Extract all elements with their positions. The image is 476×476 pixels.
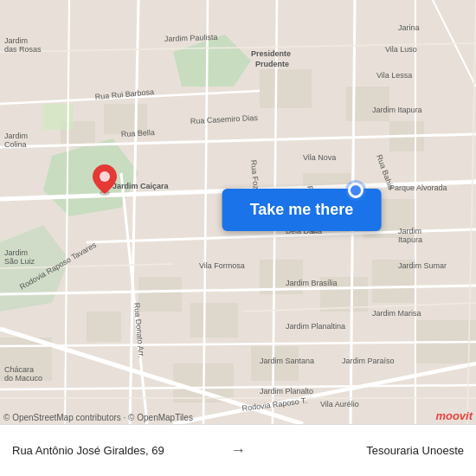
moovit-logo: moovit [435,409,473,422]
arrow-right-icon: → [230,441,246,460]
svg-text:Jarina: Jarina [398,23,420,32]
svg-text:São Luiz: São Luiz [4,257,35,266]
svg-text:Jardim Marisa: Jardim Marisa [372,309,421,318]
svg-rect-12 [190,303,238,338]
svg-text:Jardim Itapura: Jardim Itapura [372,106,422,114]
svg-rect-3 [260,69,312,108]
svg-text:Jardim Planaltina: Jardim Planaltina [286,322,345,331]
svg-text:das Rosas: das Rosas [4,45,42,54]
svg-rect-11 [138,277,182,312]
svg-text:Chácara: Chácara [4,365,34,374]
location-pin [93,164,117,199]
svg-text:Vila Formosa: Vila Formosa [199,261,245,270]
svg-text:Vila Aurélio: Vila Aurélio [320,400,359,408]
from-location-label: Rua Antônio José Giraldes, 69 [12,444,222,457]
svg-text:Rua Bella: Rua Bella [121,128,156,138]
svg-text:Jardim: Jardim [4,248,28,257]
svg-text:Colina: Colina [4,140,27,149]
svg-text:Jardim: Jardim [4,36,28,45]
svg-text:Jardim Caiçara: Jardim Caiçara [113,182,170,190]
svg-text:Vila Luso: Vila Luso [385,45,417,54]
svg-text:Jardim Paraíso: Jardim Paraíso [342,357,395,365]
to-location-label: Tesouraria Unoeste [254,444,464,457]
svg-text:Presidente: Presidente [251,49,291,58]
svg-text:do Macuco: do Macuco [4,374,42,383]
svg-rect-13 [87,312,121,342]
svg-text:Prudente: Prudente [255,60,289,68]
map-attribution: © OpenStreetMap contributors · © OpenMap… [3,413,193,422]
svg-point-82 [100,171,110,182]
current-location-dot [348,183,363,198]
svg-text:Vila Lessa: Vila Lessa [376,71,412,80]
svg-text:Jardim: Jardim [398,227,421,235]
svg-text:Jardim Santana: Jardim Santana [260,357,314,365]
svg-text:Jardim: Jardim [4,132,28,140]
svg-text:Jardim Planalto: Jardim Planalto [260,387,313,396]
footer-bar: Rua Antônio José Giraldes, 69 → Tesourar… [0,424,476,476]
svg-text:Itapura: Itapura [398,235,422,244]
svg-text:Vila Nova: Vila Nova [303,153,336,162]
svg-rect-18 [43,104,74,130]
svg-text:Jardim Sumar: Jardim Sumar [398,261,447,270]
map-area: Jardim Paulista Presidente Prudente Rua … [0,0,476,424]
svg-text:Parque Alvorada: Parque Alvorada [389,183,447,192]
svg-text:Jardim Brasília: Jardim Brasília [286,279,338,287]
